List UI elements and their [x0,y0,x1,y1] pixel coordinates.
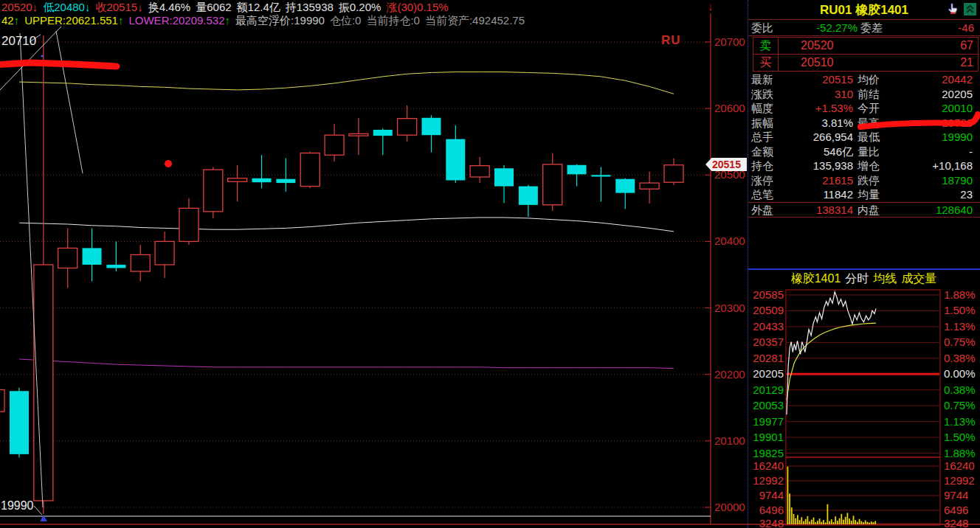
contract-title: RU01 橡胶1401 [820,1,908,18]
minute-pct-label: 0.75% [944,336,976,348]
topbar-field: 当前资产:492452.75 [425,14,525,27]
stat-value: - [900,145,977,159]
down-arrow-icon: ↓ [137,1,143,13]
minute-title-part: 均线 [873,272,897,285]
topbar-field: 量6062 [196,1,231,13]
down-arrow-icon: ↓ [32,1,38,13]
weibi-label: 委比 [751,20,785,35]
minute-volume-label: 3248 [748,517,784,528]
stat-label: 最低 [858,130,900,145]
minute-price-label: 20129 [748,383,784,396]
minute-price-label: 20281 [748,352,784,364]
divider [748,217,980,218]
price-axis-label: 20300 [714,302,745,314]
bid-price: 20510 [779,55,897,71]
stat-value: 19990 [900,130,977,145]
stat-value: 135,938 [787,159,858,173]
stat-label: 总手 [751,130,787,145]
minute-title-part: 分时 [845,272,869,285]
stat-value: 18790 [900,173,977,188]
minute-volume-label: 12992 [748,474,784,487]
stat-value: 11842 [787,187,858,202]
minute-pct-label: 0.00% [944,367,976,380]
stat-label: 最高 [858,116,900,131]
ask-volume: 67 [897,38,978,54]
topbar-field: 涨(30)0.15% [386,1,448,13]
topbar-field: UPPER:20621.551↑ [24,14,123,27]
stat-value: 20442 [900,72,977,87]
ask-label: 卖 [753,38,779,54]
collapse-chevrons-icon[interactable] [964,3,976,15]
stat-value: 310 [787,87,858,102]
quote-row: 总手266,954最低19990 [748,130,980,145]
topbar-field: LOWER:20209.532↑ [128,14,230,27]
stat-label: 跌停 [858,173,900,188]
topbar-field: 20520↓ [1,1,38,13]
minute-volume-label: 3248 [944,517,968,528]
low-price-label: 19990 [1,499,34,513]
minute-pct-label: 0.75% [944,399,976,411]
quote-row: 金额546亿量比- [748,145,980,159]
stat-label: 涨跌 [751,87,787,102]
axis-scroll-arrow-icon[interactable]: ↓ [708,0,714,13]
stat-label: 量比 [858,145,900,159]
quote-row: 外盘138314内盘128640 [748,203,980,218]
high-price-label: 20710 [1,34,36,49]
minute-pct-label: 1.88% [944,447,976,459]
minute-chart-title: 橡胶1401分时均线成交量 [748,271,980,287]
topbar-field: 换4.46% [148,1,191,13]
quote-row: 总笔11842均量23 [748,187,980,202]
stat-value: 20515 [787,72,858,87]
minute-volume-label: 6496 [944,504,968,516]
topbar-price-summary: 20520↓低20480↓收20515↓换4.46%量6062额12.4亿持13… [1,1,454,15]
price-axis-label: 20600 [714,102,745,114]
minute-pct-label: 0.38% [944,383,976,396]
stat-label: 均量 [858,187,900,202]
quote-row: 持仓135,938增仓+10,168 [748,159,980,173]
outer-inner-volume-row: 外盘138314内盘128640 [748,203,980,218]
minute-pct-label: 1.13% [944,415,976,428]
bid-row[interactable]: 买 20510 21 [753,55,978,71]
weicha-label: 委差 [860,20,902,35]
order-imbalance-row: 委比 -52.27% 委差 -46 [748,20,980,36]
stat-value: 138314 [787,203,858,218]
down-arrow-icon: ↓ [85,1,91,13]
topbar-field: 额12.4亿 [237,1,280,13]
minute-volume-label: 16240 [748,459,784,472]
up-arrow-icon: ↑ [225,14,231,27]
minute-volume-label: 9744 [748,489,784,501]
minute-volume-label: 6496 [748,504,784,516]
topbar-field: 最高空浮价:19990 [235,14,325,27]
stat-value: +10,168 [900,159,977,173]
topbar-field: 低20480↓ [43,1,90,13]
stat-value: 20205 [900,87,977,102]
stat-label: 幅度 [751,101,787,116]
stat-value: 20760 [900,116,977,131]
stat-label: 金额 [751,145,787,159]
minute-price-label: 19901 [748,431,784,443]
bid-volume: 21 [897,55,978,71]
panel-divider [748,268,980,270]
price-axis-label: 20000 [714,501,745,513]
topbar-field: 振0.20% [339,1,382,13]
minute-volume-label: 9744 [944,489,968,501]
minute-pct-label: 0.38% [944,352,976,364]
stat-label: 涨停 [751,173,787,188]
minute-price-label: 19825 [748,447,784,459]
minute-price-label: 20585 [748,288,784,301]
stat-value: +1.53% [787,101,858,116]
quote-stats-table: 最新20515均价20442涨跌310前结20205幅度+1.53%今开2001… [748,72,980,202]
topbar-field: 当前持仓:0 [366,14,420,27]
topbar-indicator-summary: 42↑UPPER:20621.551↑LOWER:20209.532↑最高空浮价… [1,14,530,28]
weibi-value: -52.27% [785,20,860,35]
minute-pct-label: 1.50% [944,304,976,316]
stat-label: 外盘 [751,203,787,218]
quote-row: 幅度+1.53%今开20010 [748,101,980,116]
topbar-field: 仓位:0 [330,14,362,27]
stat-value: 3.81% [787,116,858,131]
hand-cursor-icon[interactable] [946,2,959,15]
stat-value: 266,954 [787,130,858,145]
minute-pct-label: 1.88% [944,288,976,301]
ask-row[interactable]: 卖 20520 67 [753,38,978,55]
minute-title-part: 成交量 [901,272,936,285]
